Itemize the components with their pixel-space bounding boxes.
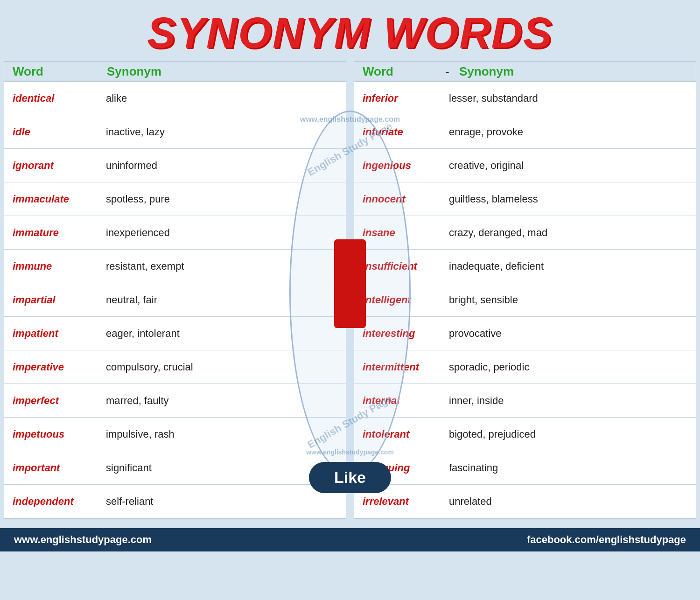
right-header-dash: - — [445, 64, 459, 79]
word-cell: insufficient — [354, 256, 445, 277]
word-cell: immune — [4, 256, 102, 277]
synonym-cell: crazy, deranged, mad — [445, 222, 696, 244]
word-cell: irrelevant — [354, 491, 445, 512]
synonym-cell: spotless, pure — [102, 188, 346, 210]
synonym-cell: inner, inside — [445, 390, 696, 412]
synonym-cell: self-reliant — [102, 491, 346, 512]
synonym-cell: uninformed — [102, 155, 346, 176]
word-cell: imperfect — [4, 390, 102, 412]
synonym-cell: sporadic, periodic — [445, 356, 696, 378]
table-row: intriguing fascinating — [354, 451, 696, 485]
word-cell: intriguing — [354, 457, 445, 479]
word-cell: intolerant — [354, 424, 445, 445]
synonym-cell: alike — [102, 88, 346, 109]
table-row: insane crazy, deranged, mad — [354, 216, 696, 250]
table-row: infuriate enrage, provoke — [354, 115, 696, 149]
table-row: interesting provocative — [354, 317, 696, 350]
synonym-cell: eager, intolerant — [102, 323, 346, 344]
synonym-cell: bigoted, prejudiced — [445, 424, 696, 445]
word-cell: important — [4, 457, 102, 479]
synonym-cell: unrelated — [445, 491, 696, 512]
table-row: ingenious creative, original — [354, 149, 696, 182]
word-cell: identical — [4, 88, 102, 109]
table-row: intolerant bigoted, prejudiced — [354, 418, 696, 451]
synonym-cell: inactive, lazy — [102, 121, 346, 143]
table-row: internal inner, inside — [354, 384, 696, 418]
table-row: imperfect marred, faulty — [4, 384, 346, 418]
table-row: identical alike — [4, 82, 346, 115]
left-col-headers: Word Synonym — [4, 62, 346, 82]
table-row: impetuous impulsive, rash — [4, 418, 346, 451]
word-cell: imperative — [4, 356, 102, 378]
word-cell: immature — [4, 222, 102, 244]
synonym-cell: marred, faulty — [102, 390, 346, 412]
left-rows-container: identical alike idle inactive, lazy igno… — [4, 82, 346, 518]
table-row: idle inactive, lazy — [4, 115, 346, 149]
word-cell: immaculate — [4, 188, 102, 210]
table-row: impartial neutral, fair — [4, 283, 346, 317]
table-row: ignorant uninformed — [4, 149, 346, 182]
word-cell: impatient — [4, 323, 102, 344]
table-row: important significant — [4, 451, 346, 485]
synonym-cell: inadequate, deficient — [445, 256, 696, 277]
synonym-cell: lesser, substandard — [445, 88, 696, 109]
word-cell: intelligent — [354, 289, 445, 311]
word-cell: independent — [4, 491, 102, 512]
synonym-cell: provocative — [445, 323, 696, 344]
synonym-cell: fascinating — [445, 457, 696, 479]
table-row: impatient eager, intolerant — [4, 317, 346, 350]
synonym-cell: creative, original — [445, 155, 696, 176]
word-cell: insane — [354, 222, 445, 244]
word-cell: impetuous — [4, 424, 102, 445]
table-row: irrelevant unrelated — [354, 485, 696, 518]
header: SYNONYM WORDS — [0, 0, 700, 61]
word-cell: impartial — [4, 289, 102, 311]
table-row: intelligent bright, sensible — [354, 283, 696, 317]
word-cell: interesting — [354, 323, 445, 344]
right-header-synonym: Synonym — [459, 64, 696, 79]
right-panel: Word - Synonym inferior lesser, substand… — [354, 61, 696, 519]
word-cell: infuriate — [354, 121, 445, 143]
word-cell: intermittent — [354, 356, 445, 378]
word-cell: internal — [354, 390, 445, 412]
right-header-word: Word — [354, 64, 445, 79]
table-row: independent self-reliant — [4, 485, 346, 518]
page-title: SYNONYM WORDS — [0, 8, 700, 57]
left-header-synonym: Synonym — [102, 64, 346, 79]
synonym-cell: guiltless, blameless — [445, 188, 696, 210]
table-row: immune resistant, exempt — [4, 250, 346, 283]
table-row: insufficient inadequate, deficient — [354, 250, 696, 283]
right-rows-container: inferior lesser, substandard infuriate e… — [354, 82, 696, 518]
synonym-cell: enrage, provoke — [445, 121, 696, 143]
word-cell: idle — [4, 121, 102, 143]
word-cell: ingenious — [354, 155, 445, 176]
table-row: immaculate spotless, pure — [4, 182, 346, 216]
footer-right: facebook.com/englishstudypage — [527, 534, 686, 546]
synonym-cell: bright, sensible — [445, 289, 696, 311]
synonym-cell: impulsive, rash — [102, 424, 346, 445]
word-cell: innocent — [354, 188, 445, 210]
word-cell: inferior — [354, 88, 445, 109]
right-col-headers: Word - Synonym — [354, 62, 696, 82]
main-content: Word Synonym identical alike idle inacti… — [0, 61, 700, 523]
word-cell: ignorant — [4, 155, 102, 176]
table-row: inferior lesser, substandard — [354, 82, 696, 115]
table-row: immature inexperienced — [4, 216, 346, 250]
synonym-cell: inexperienced — [102, 222, 346, 244]
footer: www.englishstudypage.com facebook.com/en… — [0, 528, 700, 551]
table-row: imperative compulsory, crucial — [4, 350, 346, 384]
table-row: intermittent sporadic, periodic — [354, 350, 696, 384]
table-row: innocent guiltless, blameless — [354, 182, 696, 216]
synonym-cell: neutral, fair — [102, 289, 346, 311]
left-panel: Word Synonym identical alike idle inacti… — [4, 61, 346, 519]
footer-left: www.englishstudypage.com — [14, 534, 152, 546]
synonym-cell: resistant, exempt — [102, 256, 346, 277]
synonym-cell: significant — [102, 457, 346, 479]
left-header-word: Word — [4, 64, 102, 79]
synonym-cell: compulsory, crucial — [102, 356, 346, 378]
